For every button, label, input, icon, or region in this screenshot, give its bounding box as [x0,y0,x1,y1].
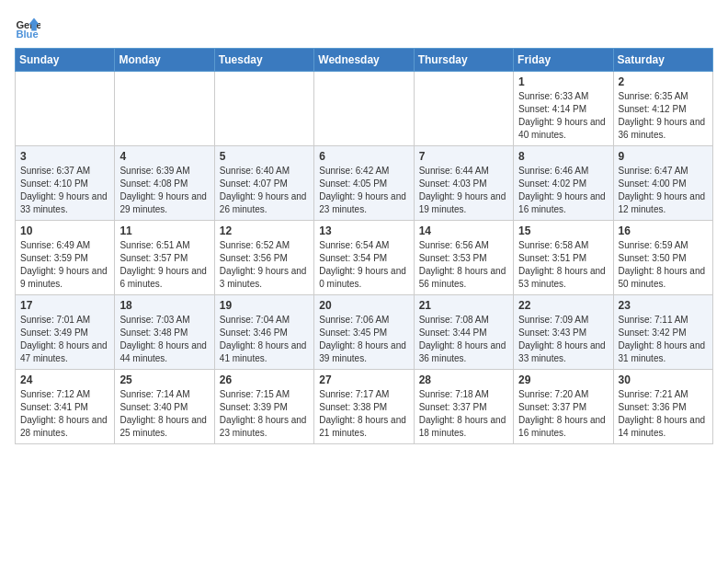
calendar-cell: 23Sunrise: 7:11 AMSunset: 3:42 PMDayligh… [613,295,712,370]
calendar-table: SundayMondayTuesdayWednesdayThursdayFrid… [15,48,713,444]
day-number: 20 [319,299,408,312]
cell-info: Sunrise: 7:17 AM [319,388,408,401]
day-number: 3 [20,150,109,163]
calendar-cell: 10Sunrise: 6:49 AMSunset: 3:59 PMDayligh… [16,221,115,295]
calendar-cell: 26Sunrise: 7:15 AMSunset: 3:39 PMDayligh… [214,370,313,444]
cell-info: Sunset: 3:56 PM [220,252,309,265]
calendar-cell: 17Sunrise: 7:01 AMSunset: 3:49 PMDayligh… [16,295,115,370]
day-number: 28 [419,373,508,386]
cell-info: Sunset: 4:00 PM [619,178,708,190]
cell-info: Sunset: 3:44 PM [419,327,508,339]
calendar-cell: 7Sunrise: 6:44 AMSunset: 4:03 PMDaylight… [414,146,513,221]
cell-info: Sunset: 3:45 PM [319,327,408,339]
cell-info: Daylight: 8 hours and 16 minutes. [518,414,608,440]
cell-info: Sunset: 4:12 PM [619,103,708,116]
day-number: 9 [619,150,708,163]
cell-info: Sunrise: 7:04 AM [220,314,309,327]
day-number: 15 [518,224,608,237]
column-header-saturday: Saturday [613,49,712,72]
calendar-cell: 28Sunrise: 7:18 AMSunset: 3:37 PMDayligh… [414,370,513,444]
cell-info: Sunrise: 6:47 AM [619,165,708,178]
cell-info: Daylight: 8 hours and 14 minutes. [619,414,708,440]
cell-info: Sunrise: 7:21 AM [619,388,708,401]
cell-info: Sunrise: 6:33 AM [518,90,608,103]
calendar-cell: 20Sunrise: 7:06 AMSunset: 3:45 PMDayligh… [314,295,414,370]
cell-info: Sunrise: 7:18 AM [419,388,508,401]
cell-info: Daylight: 9 hours and 16 minutes. [518,190,608,216]
cell-info: Sunset: 3:57 PM [119,252,209,265]
calendar-cell [214,72,313,146]
day-number: 7 [419,150,508,163]
calendar-cell: 5Sunrise: 6:40 AMSunset: 4:07 PMDaylight… [214,146,313,221]
cell-info: Sunset: 3:37 PM [518,401,608,414]
cell-info: Daylight: 9 hours and 12 minutes. [619,190,708,216]
cell-info: Sunset: 4:02 PM [518,178,608,190]
cell-info: Daylight: 9 hours and 36 minutes. [619,116,708,142]
cell-info: Sunrise: 6:40 AM [220,165,309,178]
day-number: 16 [619,224,708,237]
day-number: 11 [119,224,209,237]
day-number: 18 [119,299,209,312]
day-number: 21 [419,299,508,312]
column-header-friday: Friday [514,49,613,72]
day-number: 27 [319,373,408,386]
calendar-cell: 9Sunrise: 6:47 AMSunset: 4:00 PMDaylight… [613,146,712,221]
column-header-monday: Monday [115,49,214,72]
cell-info: Daylight: 8 hours and 18 minutes. [419,414,508,440]
column-header-thursday: Thursday [414,49,513,72]
cell-info: Sunrise: 6:42 AM [319,165,408,178]
cell-info: Sunset: 3:40 PM [119,401,209,414]
cell-info: Sunset: 3:42 PM [619,327,708,339]
cell-info: Daylight: 8 hours and 36 minutes. [419,339,508,365]
day-number: 23 [619,299,708,312]
cell-info: Daylight: 8 hours and 25 minutes. [119,414,209,440]
cell-info: Daylight: 8 hours and 39 minutes. [319,339,408,365]
day-number: 10 [20,224,109,237]
column-header-wednesday: Wednesday [314,49,414,72]
cell-info: Sunrise: 7:15 AM [220,388,309,401]
day-number: 19 [220,299,309,312]
cell-info: Daylight: 9 hours and 26 minutes. [220,190,309,216]
calendar-cell: 27Sunrise: 7:17 AMSunset: 3:38 PMDayligh… [314,370,414,444]
cell-info: Daylight: 9 hours and 33 minutes. [20,190,109,216]
day-number: 1 [518,75,608,88]
calendar-cell: 4Sunrise: 6:39 AMSunset: 4:08 PMDaylight… [115,146,214,221]
cell-info: Sunset: 4:03 PM [419,178,508,190]
day-number: 2 [619,75,708,88]
cell-info: Sunrise: 6:58 AM [518,239,608,252]
cell-info: Sunset: 4:10 PM [20,178,109,190]
day-number: 8 [518,150,608,163]
cell-info: Sunset: 4:08 PM [119,178,209,190]
cell-info: Daylight: 8 hours and 31 minutes. [619,339,708,365]
cell-info: Daylight: 9 hours and 29 minutes. [119,190,209,216]
cell-info: Sunset: 4:14 PM [518,103,608,116]
cell-info: Sunrise: 6:52 AM [220,239,309,252]
cell-info: Sunset: 4:05 PM [319,178,408,190]
calendar-cell: 16Sunrise: 6:59 AMSunset: 3:50 PMDayligh… [613,221,712,295]
calendar-cell: 21Sunrise: 7:08 AMSunset: 3:44 PMDayligh… [414,295,513,370]
calendar-cell: 15Sunrise: 6:58 AMSunset: 3:51 PMDayligh… [514,221,613,295]
cell-info: Sunset: 3:59 PM [20,252,109,265]
cell-info: Daylight: 8 hours and 21 minutes. [319,414,408,440]
calendar-cell: 2Sunrise: 6:35 AMSunset: 4:12 PMDaylight… [613,72,712,146]
cell-info: Sunrise: 7:12 AM [20,388,109,401]
cell-info: Sunrise: 6:44 AM [419,165,508,178]
cell-info: Sunrise: 7:20 AM [518,388,608,401]
day-number: 5 [220,150,309,163]
cell-info: Sunset: 4:07 PM [220,178,309,190]
day-number: 17 [20,299,109,312]
day-number: 6 [319,150,408,163]
calendar-cell: 3Sunrise: 6:37 AMSunset: 4:10 PMDaylight… [16,146,115,221]
cell-info: Sunrise: 7:06 AM [319,314,408,327]
cell-info: Daylight: 9 hours and 19 minutes. [419,190,508,216]
cell-info: Sunrise: 7:08 AM [419,314,508,327]
cell-info: Sunset: 3:50 PM [619,252,708,265]
cell-info: Sunrise: 6:39 AM [119,165,209,178]
cell-info: Sunset: 3:49 PM [20,327,109,339]
logo: General Blue [15,15,44,40]
cell-info: Sunset: 3:37 PM [419,401,508,414]
cell-info: Sunrise: 6:51 AM [119,239,209,252]
cell-info: Sunrise: 6:37 AM [20,165,109,178]
day-number: 13 [319,224,408,237]
cell-info: Daylight: 8 hours and 33 minutes. [518,339,608,365]
